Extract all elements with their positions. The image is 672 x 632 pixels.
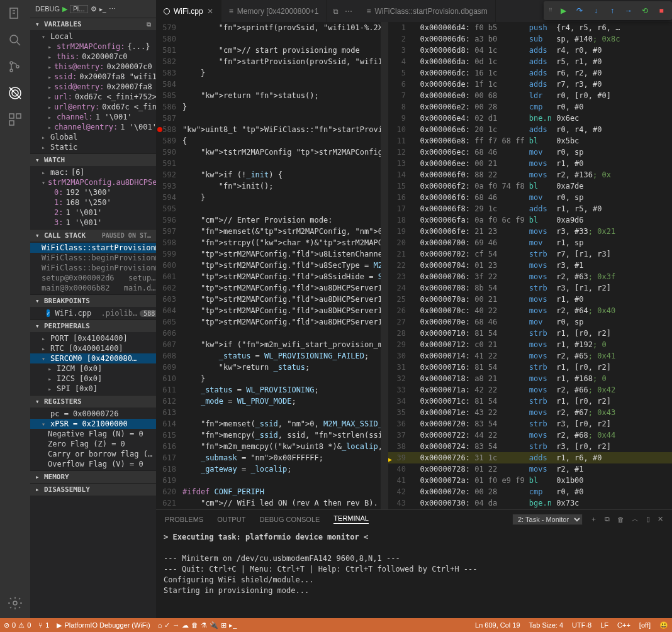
watch-byte[interactable]: 0: 192 '\300' <box>30 187 156 197</box>
disasm-line[interactable]: 3 0x000006d8: 04 1c adds r4, r0, #0 <box>388 45 672 56</box>
code-line[interactable]: 594 } <box>156 192 388 203</box>
disasm-line[interactable]: 15 0x000006f2: 0a f0 74 f8 bl 0xa7de <box>388 180 672 192</box>
debugger-seg[interactable]: ▶PlatformIO Debugger (WiFi) <box>57 621 150 629</box>
terminal[interactable]: > Executing task: platformio device moni… <box>156 528 672 618</box>
code-line[interactable]: 595 <box>156 203 388 214</box>
files-icon[interactable] <box>6 5 24 23</box>
callstack-frame[interactable]: WiFiClass::beginProvision@ <box>30 263 156 273</box>
breakpoint-item[interactable]: ✓WiFi.cpp .piolib…588 <box>30 308 156 318</box>
tab-dbgasm[interactable]: ≡WiFiClass::startProvision.dbgasm <box>359 0 495 22</box>
code-line[interactable]: 618 _gateway = _localip; <box>156 463 388 475</box>
disasm-line[interactable]: 27 0x0000070e: 68 46 mov r0, sp <box>388 316 672 328</box>
code-line[interactable]: 582 "fn">startProvision(provSsid, "wifi1… <box>156 56 388 67</box>
code-line[interactable]: 585 "kw">return "fn">status(); <box>156 90 388 101</box>
code-line[interactable]: 589{ <box>156 135 388 147</box>
disasm-line[interactable]: 31 0x00000716: 81 54 strb r1, [r0, r2] <box>388 362 672 373</box>
console-icon[interactable]: ▸_ <box>99 6 106 13</box>
disasm-line[interactable]: 8 0x000006e2: 00 28 cmp r0, #0 <box>388 101 672 113</box>
watch-header[interactable]: ▾WATCH <box>30 153 156 166</box>
code-line[interactable]: 584 <box>156 79 388 90</box>
more-icon[interactable]: ⋯ <box>109 5 116 13</box>
disasm-line[interactable]: 38 0x00000724: 83 54 strb r3, [r0, r2] <box>388 441 672 452</box>
split-terminal-icon[interactable]: ⧉ <box>605 515 610 523</box>
disasm-line[interactable]: 10 0x000006e6: 20 1c adds r0, r4, #0 <box>388 124 672 135</box>
mode[interactable]: [off] <box>639 621 651 629</box>
continue-button[interactable]: ▶ <box>557 5 569 16</box>
disasm-line[interactable]: 5 0x000006dc: 16 1c adds r6, r2, #0 <box>388 67 672 79</box>
code-line[interactable]: 603 "tp">strM2MAPConfig."fld">au8DHCPSer… <box>156 294 388 305</box>
peripheral-item[interactable]: ▸I2CM [0x0] <box>30 363 156 374</box>
disasm-line[interactable]: 4 0x000006da: 0d 1c adds r5, r1, #0 <box>388 56 672 67</box>
watch-byte[interactable]: 2: 1 '\001' <box>30 208 156 218</box>
code-line[interactable]: 590 "kw">tstrM2MAPConfig "tp">strM2MAPCo… <box>156 147 388 158</box>
disasm-line[interactable]: 20 0x00000700: 69 46 mov r1, sp <box>388 237 672 248</box>
code-line[interactable]: 591 <box>156 158 388 169</box>
register-item[interactable]: Zero Flag (Z) = 0 <box>30 439 156 449</box>
settings-icon[interactable] <box>6 594 24 612</box>
close-icon[interactable]: ✕ <box>207 7 213 16</box>
variable-item[interactable]: ▸this: 0x200007c0 <box>30 52 156 62</box>
eol[interactable]: LF <box>600 621 608 629</box>
variable-item[interactable]: ▸url: 0xd67c <_fini+752>… <box>30 92 156 102</box>
git-icon[interactable] <box>6 58 24 75</box>
peripheral-item[interactable]: ▸RTC [0x40001400] <box>30 343 156 353</box>
add-icon[interactable]: ⊞ <box>221 621 227 629</box>
disasm-line[interactable]: 41 0x0000072a: 01 f0 e9 f9 bl 0x1b00 <box>388 475 672 486</box>
code-line[interactable]: 604 "tp">strM2MAPConfig."fld">au8DHCPSer… <box>156 305 388 316</box>
debug-icon[interactable] <box>6 84 24 102</box>
code-line[interactable]: 601 "tp">strM2MAPConfig."fld">u8SsidHide… <box>156 271 388 282</box>
output-tab[interactable]: OUTPUT <box>217 516 245 523</box>
callstack-header[interactable]: ▾CALL STACKPAUSED ON ST… <box>30 229 156 241</box>
register-item[interactable]: Carry or borrow flag (… <box>30 449 156 459</box>
register-item[interactable]: Negative Flag (N) = 0 <box>30 429 156 439</box>
extensions-icon[interactable] <box>6 111 24 128</box>
peripheral-item[interactable]: ▾SERCOM0 [0x4200080… <box>30 353 156 363</box>
callstack-frame[interactable]: setup@0x000002d6 setup… <box>30 273 156 283</box>
ports-seg[interactable]: ⑂1 <box>38 621 49 629</box>
global-scope[interactable]: ▸Global <box>30 132 156 142</box>
disasm-line[interactable]: 35 0x0000071e: 43 22 movs r2, #67 ; 0x43 <box>388 407 672 418</box>
code-line[interactable]: 617 _submask = "nm">0x00FFFFFF; <box>156 452 388 463</box>
disasm-line[interactable]: 33 0x0000071a: 42 22 movs r2, #66 ; 0x42 <box>388 384 672 396</box>
add-terminal-icon[interactable]: ＋ <box>590 514 597 524</box>
disasm-line[interactable]: 11 0x000006e8: ff f7 68 ff bl 0x5bc <box>388 135 672 147</box>
stop-button[interactable]: ■ <box>656 5 667 16</box>
code-line[interactable]: 610 } <box>156 373 388 384</box>
peripheral-item[interactable]: ▸SPI [0x0] <box>30 384 156 394</box>
disasm-line[interactable]: 13 0x000006ee: 00 21 movs r1, #0 <box>388 158 672 169</box>
variable-item[interactable]: ▸ssid@entry: 0x20007fa8 … <box>30 82 156 92</box>
disasm-line[interactable]: 7 0x000006e0: 00 68 ldr r0, [r0, #0] <box>388 90 672 101</box>
encoding[interactable]: UTF-8 <box>572 621 591 629</box>
code-line[interactable]: 621 "cm">// WiFi led ON (rev A then rev … <box>156 497 388 509</box>
problems-tab[interactable]: PROBLEMS <box>165 516 203 523</box>
more-icon[interactable]: ⋯ <box>345 7 352 16</box>
disasm-line[interactable]: 22 0x00000704: 01 23 movs r3, #1 <box>388 260 672 271</box>
disassembly-header[interactable]: ▸DISASSEMBLY <box>30 483 156 496</box>
disasm-line[interactable]: 16 0x000006f6: 68 46 mov r0, sp <box>388 192 672 203</box>
disasm-line[interactable]: 17 0x000006f8: 29 1c adds r1, r5, #0 <box>388 203 672 214</box>
check-icon[interactable]: ✓ <box>164 621 170 629</box>
disasm-line[interactable]: 29 0x00000712: c0 21 movs r1, #192 ; 0 <box>388 339 672 350</box>
feedback-icon[interactable]: 😃 <box>659 621 668 629</box>
peripherals-header[interactable]: ▾PERIPHERALS <box>30 319 156 332</box>
code-line[interactable]: 620#ifdef CONF_PERIPH <box>156 486 388 497</box>
variable-item[interactable]: ▸channel: 1 '\001' <box>30 112 156 122</box>
watch-byte[interactable]: 1: 168 '\250' <box>30 197 156 208</box>
code-line[interactable]: 600 "tp">strM2MAPConfig."fld">u8SecType … <box>156 260 388 271</box>
errors-seg[interactable]: ⊘0⚠0 <box>4 621 31 629</box>
variable-item[interactable]: ▸this@entry: 0x200007c0 … <box>30 62 156 72</box>
code-line[interactable]: 593 "fn">init(); <box>156 180 388 192</box>
watch-byte[interactable]: 3: 1 '\001' <box>30 218 156 228</box>
disasm-line[interactable]: 18 0x000006fa: 0a f0 6c f9 bl 0xa9d6 <box>388 214 672 226</box>
terminal-tab[interactable]: TERMINAL <box>333 514 369 524</box>
code-line[interactable]: 612 _mode = WL_PROV_MODE; <box>156 396 388 407</box>
memory-header[interactable]: ▸MEMORY <box>30 470 156 483</box>
code-line[interactable]: 605 "tp">strM2MAPConfig."fld">au8DHCPSer… <box>156 316 388 328</box>
disasm-line[interactable]: 14 0x000006f0: 88 22 movs r2, #136 ; 0x <box>388 169 672 180</box>
debug-play-icon[interactable]: ▶ <box>62 5 67 13</box>
gear-icon[interactable]: ⚙ <box>91 5 97 13</box>
code-line[interactable]: 608 _status = WL_PROVISIONING_FAILED; <box>156 350 388 362</box>
code-line[interactable]: 609 "kw">return _status; <box>156 362 388 373</box>
variable-item[interactable]: ▸ssid: 0x20007fa8 "wifi1… <box>30 72 156 82</box>
disasm-line[interactable]: 37 0x00000722: 44 22 movs r2, #68 ; 0x44 <box>388 430 672 441</box>
